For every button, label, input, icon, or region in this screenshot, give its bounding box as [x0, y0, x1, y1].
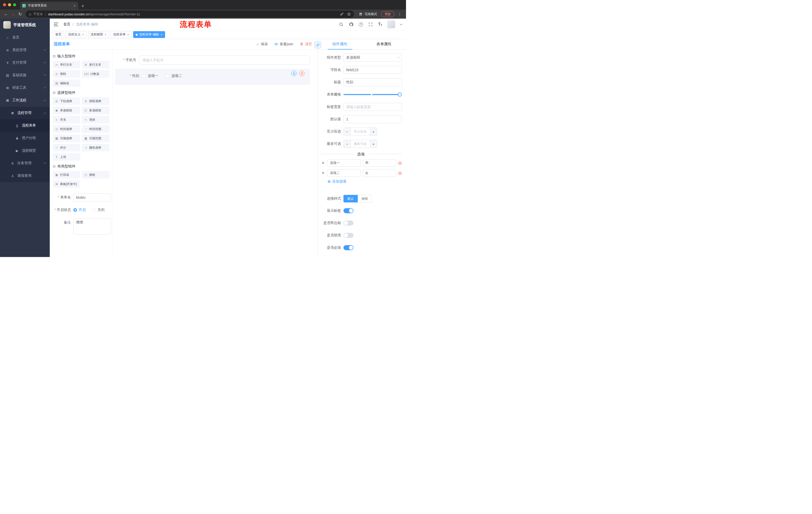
component-type-select[interactable]: 多选框组 [343, 54, 402, 62]
component-item[interactable]: ◷时间选择 [53, 125, 80, 133]
minus-button[interactable]: − [344, 140, 351, 147]
form-canvas[interactable]: 手机号 性别 选项一 [113, 50, 318, 257]
option-label-input[interactable] [327, 159, 361, 167]
gender-option-1[interactable]: 选项一 [142, 74, 158, 78]
component-item[interactable]: ◑颜色选择 [82, 144, 109, 152]
option-value-input[interactable] [363, 159, 396, 167]
checkbox-icon[interactable] [166, 74, 169, 78]
back-icon[interactable]: ← [2, 10, 9, 18]
remove-option-icon[interactable]: ⊖ [398, 161, 402, 165]
selected-component-block[interactable]: 性别 选项一 选项二 [115, 69, 310, 85]
forward-icon[interactable]: → [9, 10, 17, 18]
field-name-input[interactable] [343, 66, 402, 74]
avatar[interactable] [387, 20, 395, 28]
label-width-input[interactable] [343, 103, 402, 111]
sidebar-item-devtools[interactable]: ⊠ 研发工具 [0, 81, 50, 94]
component-item[interactable]: 123计数器 [82, 70, 109, 78]
component-item[interactable]: ◉单选框组 [53, 107, 80, 114]
component-item[interactable]: ∿滑块 [82, 116, 109, 124]
drag-handle-icon[interactable]: ≡ [321, 161, 325, 165]
github-icon[interactable] [349, 22, 354, 27]
sidebar-item-process-management[interactable]: ≣ 流程管理 [0, 107, 50, 119]
clear-button[interactable]: 清空 [300, 42, 312, 47]
max-select-input[interactable] [351, 140, 370, 147]
breadcrumb-home[interactable]: 首页 [63, 22, 70, 27]
sidebar-item-process-model[interactable]: ▶ 流程模型 [0, 144, 50, 157]
tag-process-model[interactable]: 流程模型× [88, 31, 109, 38]
sidebar-item-home[interactable]: ⌂ 首页 [0, 31, 50, 44]
tab-form-props[interactable]: 表单属性 [362, 39, 406, 49]
component-item[interactable]: ▦日期选择 [53, 135, 80, 142]
sidebar-item-infrastructure[interactable]: ▤ 基础设施 [0, 69, 50, 81]
show-label-toggle[interactable] [343, 208, 353, 213]
close-icon[interactable]: × [82, 33, 84, 36]
tab-close-icon[interactable]: × [73, 3, 76, 8]
component-item[interactable]: ☆评分 [53, 144, 80, 152]
minus-button[interactable]: − [344, 128, 351, 135]
remark-textarea[interactable]: 嘿嘿 [74, 218, 111, 235]
link-button[interactable] [314, 42, 321, 48]
disabled-toggle[interactable] [343, 233, 353, 238]
required-toggle[interactable] [343, 245, 353, 250]
font-size-icon[interactable]: TT [378, 22, 382, 27]
sidebar-item-payment[interactable]: ¥ 支付管理 [0, 56, 50, 69]
phone-input[interactable] [139, 56, 310, 64]
add-option-button[interactable]: ⊕ 添加选项 [327, 179, 402, 184]
default-value-input[interactable] [343, 115, 402, 123]
tag-process-definition[interactable]: 流程定义× [65, 31, 87, 38]
key-icon[interactable] [340, 12, 344, 16]
sidebar-item-process-form[interactable]: ▯ 流程表单 [0, 119, 50, 132]
style-button-button[interactable]: 按钮 [358, 195, 372, 202]
status-radio-on[interactable]: 开启 [74, 208, 86, 212]
browser-menu-icon[interactable]: ⋮ [396, 12, 404, 17]
component-item[interactable]: ▩日期范围 [82, 135, 109, 142]
remove-option-icon[interactable]: ⊖ [398, 171, 402, 175]
question-icon[interactable]: ? [359, 22, 363, 27]
tag-process-form-edit[interactable]: 流程表单-编辑× [133, 31, 165, 38]
drag-handle-icon[interactable]: ≡ [321, 171, 325, 175]
close-icon[interactable]: × [105, 33, 107, 36]
sidebar-item-system[interactable]: ⊛ 系统管理 [0, 44, 50, 56]
view-json-button[interactable]: 查看json [274, 42, 293, 47]
tag-process-form[interactable]: 流程表单× [111, 31, 132, 38]
address-bar[interactable]: ⚠ 不安全 dashboard.yudao.iocoder.cn/bpm/man… [26, 10, 354, 18]
component-item[interactable]: ☑多选框组 [82, 107, 109, 114]
option-value-input[interactable] [363, 169, 396, 177]
component-item[interactable]: ≣多行文本 [82, 61, 109, 69]
sidebar-toggle-icon[interactable] [54, 23, 58, 26]
tab-component-props[interactable]: 组件属性 [318, 39, 362, 49]
plus-button[interactable]: + [370, 140, 377, 147]
delete-component-button[interactable] [299, 71, 304, 76]
border-toggle[interactable] [343, 220, 353, 225]
option-label-input[interactable] [327, 169, 361, 177]
component-item[interactable]: ↥上传 [53, 153, 80, 161]
slider-handle[interactable] [398, 92, 402, 97]
copy-component-button[interactable] [291, 71, 297, 76]
component-item[interactable]: ⊙密码 [53, 70, 80, 78]
grid-slider[interactable] [343, 90, 402, 99]
plus-button[interactable]: + [370, 128, 377, 135]
component-item[interactable]: ⋔级联选择 [82, 97, 109, 105]
status-radio-off[interactable]: 关闭 [92, 208, 105, 212]
update-button[interactable]: 更新 [381, 11, 395, 17]
component-item[interactable]: ▭单行文本 [53, 61, 80, 69]
bookmark-star-icon[interactable] [347, 12, 351, 16]
new-tab-button[interactable]: + [81, 3, 84, 8]
sidebar-item-task-management[interactable]: ⋔ 任务管理 [0, 157, 50, 169]
close-icon[interactable]: × [127, 33, 129, 36]
title-input[interactable] [343, 78, 402, 86]
tag-home[interactable]: 首页 [53, 31, 64, 38]
window-minimize-button[interactable] [8, 3, 11, 6]
window-zoom-button[interactable] [13, 3, 16, 6]
reload-icon[interactable]: ↻ [17, 10, 24, 18]
component-item[interactable]: ◎下拉选择 [53, 97, 80, 105]
component-item[interactable]: ▤编辑器 [53, 79, 80, 87]
component-item[interactable]: ◔时间范围 [82, 125, 109, 133]
form-name-input[interactable] [74, 193, 111, 201]
security-warning-icon[interactable]: ⚠ [29, 12, 32, 16]
sidebar-item-user-group[interactable]: ♟ 用户分组 [0, 132, 50, 144]
search-icon[interactable] [339, 22, 344, 27]
component-item[interactable]: ◻按钮 [82, 171, 109, 179]
phone-field-row[interactable]: 手机号 [115, 56, 310, 64]
component-item[interactable]: ◐开关 [53, 116, 80, 124]
